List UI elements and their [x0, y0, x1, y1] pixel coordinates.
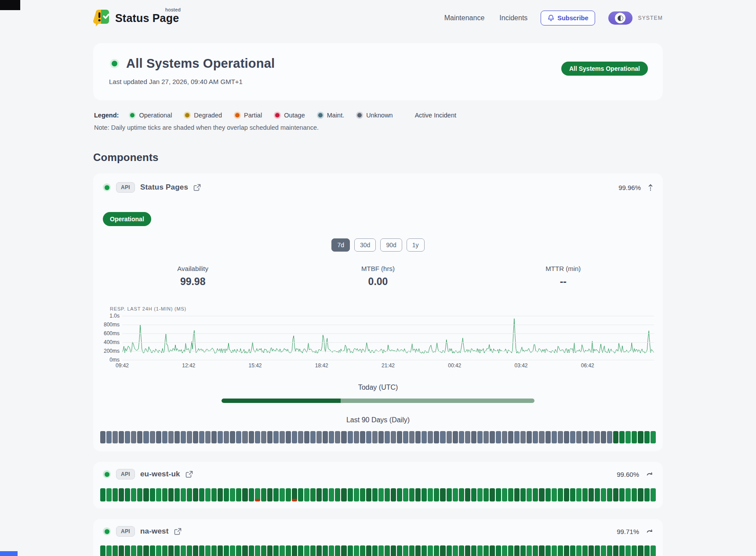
uptime-day-tick[interactable]	[273, 488, 279, 501]
uptime-day-tick[interactable]	[378, 431, 384, 443]
uptime-day-tick[interactable]	[391, 431, 396, 443]
uptime-day-tick[interactable]	[156, 545, 161, 556]
uptime-day-tick[interactable]	[415, 545, 421, 556]
uptime-day-tick[interactable]	[651, 431, 656, 443]
uptime-day-tick[interactable]	[168, 431, 174, 443]
uptime-day-tick[interactable]	[459, 488, 464, 501]
uptime-day-tick[interactable]	[558, 488, 563, 501]
uptime-day-tick[interactable]	[471, 545, 476, 556]
uptime-day-tick[interactable]	[552, 545, 557, 556]
uptime-day-tick[interactable]	[193, 488, 198, 501]
uptime-day-tick[interactable]	[453, 488, 458, 501]
uptime-day-tick[interactable]	[391, 488, 396, 501]
uptime-day-tick[interactable]	[459, 545, 464, 556]
uptime-day-tick[interactable]	[415, 431, 421, 443]
uptime-day-tick[interactable]	[490, 488, 495, 501]
uptime-day-tick[interactable]	[502, 431, 507, 443]
uptime-day-tick[interactable]	[174, 545, 180, 556]
uptime-day-tick[interactable]	[316, 488, 322, 501]
uptime-day-tick[interactable]	[113, 545, 118, 556]
uptime-day-tick[interactable]	[292, 488, 297, 501]
uptime-day-tick[interactable]	[576, 545, 582, 556]
uptime-day-tick[interactable]	[354, 488, 359, 501]
uptime-day-tick[interactable]	[143, 431, 149, 443]
uptime-day-tick[interactable]	[156, 488, 161, 501]
uptime-day-tick[interactable]	[174, 488, 180, 501]
uptime-day-tick[interactable]	[211, 488, 217, 501]
external-link-icon[interactable]	[185, 471, 193, 478]
uptime-day-tick[interactable]	[354, 545, 359, 556]
uptime-day-tick[interactable]	[434, 488, 439, 501]
uptime-day-tick[interactable]	[403, 488, 408, 501]
uptime-day-tick[interactable]	[137, 545, 142, 556]
uptime-day-tick[interactable]	[267, 488, 273, 501]
uptime-day-tick[interactable]	[601, 488, 606, 501]
uptime-day-tick[interactable]	[422, 431, 427, 443]
uptime-day-tick[interactable]	[218, 488, 223, 501]
uptime-day-tick[interactable]	[280, 545, 285, 556]
uptime-day-tick[interactable]	[447, 545, 452, 556]
uptime-day-tick[interactable]	[607, 488, 612, 501]
uptime-day-tick[interactable]	[156, 431, 161, 443]
uptime-day-tick[interactable]	[372, 431, 378, 443]
uptime-day-tick[interactable]	[564, 431, 569, 443]
uptime-day-tick[interactable]	[619, 545, 625, 556]
uptime-day-tick[interactable]	[508, 545, 513, 556]
uptime-day-tick[interactable]	[625, 488, 631, 501]
uptime-day-tick[interactable]	[341, 545, 346, 556]
uptime-day-tick[interactable]	[644, 488, 650, 501]
uptime-day-tick[interactable]	[286, 545, 291, 556]
uptime-day-tick[interactable]	[199, 488, 204, 501]
uptime-day-tick[interactable]	[125, 545, 130, 556]
uptime-day-tick[interactable]	[199, 431, 204, 443]
uptime-day-tick[interactable]	[613, 431, 618, 443]
uptime-day-tick[interactable]	[131, 488, 136, 501]
uptime-day-tick[interactable]	[162, 488, 167, 501]
uptime-day-tick[interactable]	[273, 545, 279, 556]
uptime-day-tick[interactable]	[496, 488, 501, 501]
uptime-day-tick[interactable]	[286, 431, 291, 443]
uptime-day-tick[interactable]	[564, 488, 569, 501]
uptime-day-tick[interactable]	[348, 431, 353, 443]
uptime-day-tick[interactable]	[570, 431, 575, 443]
uptime-day-tick[interactable]	[230, 488, 235, 501]
uptime-day-tick[interactable]	[255, 545, 260, 556]
expand-arrow-icon[interactable]	[646, 471, 653, 477]
component-header[interactable]: API eu-west-uk 99.60%	[100, 467, 656, 481]
uptime-day-tick[interactable]	[174, 431, 180, 443]
uptime-day-tick[interactable]	[545, 431, 551, 443]
uptime-day-tick[interactable]	[465, 488, 470, 501]
uptime-day-tick[interactable]	[607, 545, 612, 556]
uptime-day-tick[interactable]	[236, 545, 241, 556]
range-button-30d[interactable]: 30d	[354, 238, 376, 252]
uptime-day-tick[interactable]	[385, 488, 390, 501]
uptime-day-tick[interactable]	[168, 488, 174, 501]
uptime-day-tick[interactable]	[316, 431, 322, 443]
uptime-day-tick[interactable]	[527, 488, 532, 501]
uptime-day-tick[interactable]	[224, 431, 229, 443]
uptime-day-tick[interactable]	[335, 431, 340, 443]
uptime-day-tick[interactable]	[385, 545, 390, 556]
uptime-day-tick[interactable]	[447, 488, 452, 501]
subscribe-button[interactable]: Subscribe	[541, 11, 595, 26]
uptime-day-tick[interactable]	[552, 488, 557, 501]
uptime-day-tick[interactable]	[298, 488, 303, 501]
uptime-day-tick[interactable]	[471, 431, 476, 443]
uptime-day-tick[interactable]	[558, 545, 563, 556]
uptime-day-tick[interactable]	[632, 545, 637, 556]
uptime-day-tick[interactable]	[545, 545, 551, 556]
uptime-day-tick[interactable]	[508, 488, 513, 501]
uptime-day-tick[interactable]	[619, 488, 625, 501]
uptime-day-tick[interactable]	[403, 431, 408, 443]
uptime-day-tick[interactable]	[397, 545, 402, 556]
uptime-day-tick[interactable]	[255, 431, 260, 443]
uptime-day-tick[interactable]	[434, 431, 439, 443]
uptime-day-tick[interactable]	[205, 431, 211, 443]
uptime-day-tick[interactable]	[440, 545, 445, 556]
uptime-day-tick[interactable]	[595, 431, 600, 443]
uptime-day-tick[interactable]	[113, 431, 118, 443]
uptime-day-tick[interactable]	[607, 431, 612, 443]
uptime-day-tick[interactable]	[558, 431, 563, 443]
uptime-day-tick[interactable]	[261, 488, 266, 501]
uptime-day-tick[interactable]	[508, 431, 513, 443]
